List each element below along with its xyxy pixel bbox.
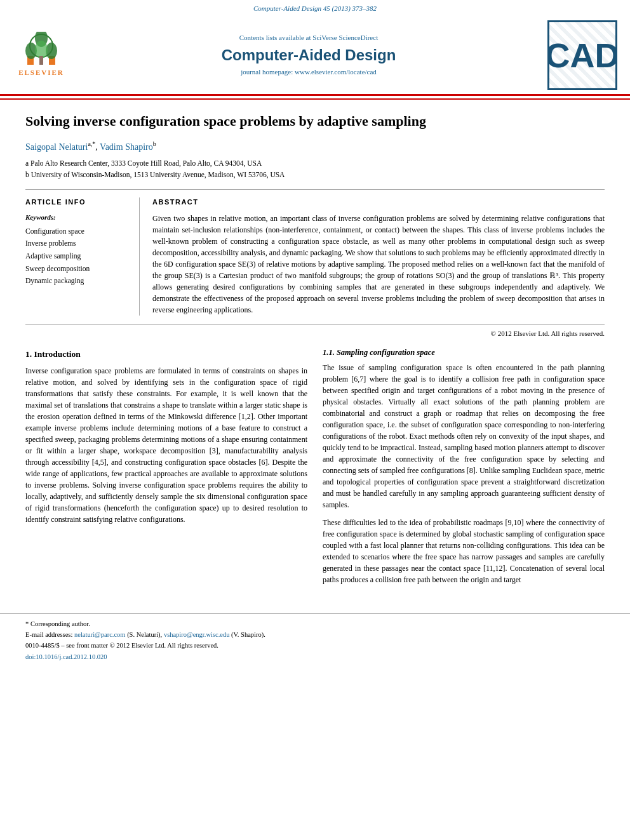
email2-note: (V. Shapiro). bbox=[231, 631, 265, 638]
journal-main-title: Computer-Aided Design bbox=[70, 44, 547, 67]
keyword-3: Adaptive sampling bbox=[25, 250, 130, 263]
svg-rect-7 bbox=[39, 56, 43, 65]
article-title: Solving inverse configuration space prob… bbox=[25, 112, 605, 131]
sciverse-link[interactable]: SciVerse ScienceDirect bbox=[312, 34, 378, 41]
keyword-2: Inverse problems bbox=[25, 237, 130, 250]
section1-1-text2: These difficulties led to the idea of pr… bbox=[323, 517, 605, 585]
elsevier-tree-icon bbox=[22, 32, 60, 67]
keyword-5: Dynamic packaging bbox=[25, 275, 130, 288]
email-label: E-mail addresses: bbox=[25, 631, 72, 638]
article-columns: ARTICLE INFO Keywords: Configuration spa… bbox=[25, 189, 605, 316]
cad-logo-box: CAD bbox=[547, 20, 617, 90]
svg-point-6 bbox=[35, 41, 48, 58]
authors-line: Saigopal Nelaturia,*, Vadim Shapirob bbox=[25, 140, 605, 154]
affiliations: a Palo Alto Research Center, 3333 Coyote… bbox=[25, 158, 605, 180]
page: Computer-Aided Design 45 (2013) 373–382 … bbox=[0, 0, 630, 840]
footer-email-line: E-mail addresses: nelaturi@parc.com (S. … bbox=[25, 630, 605, 639]
email1-link[interactable]: nelaturi@parc.com bbox=[74, 631, 126, 638]
right-column: 1.1. Sampling configuration space The is… bbox=[323, 347, 605, 592]
article-info-heading: ARTICLE INFO bbox=[25, 197, 130, 208]
author-a-sup: a,* bbox=[88, 140, 95, 147]
email1-note: (S. Nelaturi), bbox=[127, 631, 162, 638]
footer-issn: 0010-4485/$ – see front matter © 2012 El… bbox=[25, 641, 605, 650]
contents-available-line: Contents lists available at SciVerse Sci… bbox=[70, 33, 547, 43]
journal-header: Computer-Aided Design 45 (2013) 373–382 … bbox=[0, 0, 630, 100]
homepage-link[interactable]: www.elsevier.com/locate/cad bbox=[295, 68, 377, 76]
author-vadim: Vadim Shapiro bbox=[100, 142, 153, 151]
journal-top-bar: Computer-Aided Design 45 (2013) 373–382 bbox=[0, 0, 630, 15]
email2-link[interactable]: vshapiro@engr.wisc.edu bbox=[164, 631, 230, 638]
journal-banner: ELSEVIER Contents lists available at Sci… bbox=[0, 15, 630, 94]
section1-title: 1. Introduction bbox=[25, 348, 307, 361]
elsevier-logo: ELSEVIER bbox=[13, 32, 70, 78]
page-footer: * Corresponding author. E-mail addresses… bbox=[0, 613, 630, 667]
keyword-4: Sweep decomposition bbox=[25, 263, 130, 276]
main-content: 1. Introduction Inverse configuration sp… bbox=[25, 347, 605, 592]
journal-homepage-line: journal homepage: www.elsevier.com/locat… bbox=[70, 67, 547, 77]
section1-1-title: 1.1. Sampling configuration space bbox=[323, 347, 605, 358]
keywords-label: Keywords: bbox=[25, 213, 130, 223]
header-divider bbox=[0, 94, 630, 96]
abstract-heading: ABSTRACT bbox=[152, 197, 605, 208]
author-saigopal: Saigopal Nelaturi bbox=[25, 142, 88, 151]
author-b-sup: b bbox=[153, 140, 156, 147]
article-body: Solving inverse configuration space prob… bbox=[0, 100, 630, 604]
affiliation-a: a Palo Alto Research Center, 3333 Coyote… bbox=[25, 158, 605, 169]
article-info-panel: ARTICLE INFO Keywords: Configuration spa… bbox=[25, 197, 140, 316]
footer-note-1: * Corresponding author. bbox=[25, 619, 605, 629]
journal-title-center: Contents lists available at SciVerse Sci… bbox=[70, 33, 547, 78]
footer-doi: doi:10.1016/j.cad.2012.10.020 bbox=[25, 652, 605, 662]
cad-logo-text: CAD bbox=[547, 38, 617, 72]
affiliation-b: b University of Wisconsin-Madison, 1513 … bbox=[25, 170, 605, 180]
abstract-text: Given two shapes in relative motion, an … bbox=[152, 213, 605, 316]
left-column: 1. Introduction Inverse configuration sp… bbox=[25, 347, 307, 592]
corresponding-label: * Corresponding author. bbox=[25, 620, 90, 627]
copyright-line: © 2012 Elsevier Ltd. All rights reserved… bbox=[25, 324, 605, 339]
abstract-section: ABSTRACT Given two shapes in relative mo… bbox=[152, 197, 605, 316]
section1-1-text1: The issue of sampling configuration spac… bbox=[323, 362, 605, 510]
section1-text1: Inverse configuration space problems are… bbox=[25, 365, 307, 525]
elsevier-label: ELSEVIER bbox=[18, 68, 64, 78]
keyword-1: Configuration space bbox=[25, 225, 130, 238]
journal-citation: Computer-Aided Design 45 (2013) 373–382 bbox=[253, 4, 377, 12]
